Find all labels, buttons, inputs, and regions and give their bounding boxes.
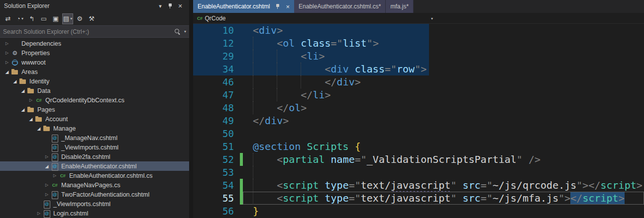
tree-item-login-cshtml[interactable]: ▷@Login.cshtml [0,209,189,218]
code-line-50[interactable]: 50 [193,127,644,140]
tree-item-managenavpages-cs[interactable]: ▷C#ManageNavPages.cs [0,180,189,190]
collapse-to-definitions-button[interactable]: ↰ [26,13,37,24]
tab-enableauthenticator-cshtml-cs[interactable]: EnableAuthenticator.cshtml.cs* [294,0,386,13]
preview-selected-items-button[interactable]: ⚒ [86,13,97,24]
code-line-52[interactable]: 52 <partial name="_ValidationScriptsPart… [193,153,644,166]
expand-arrow-icon[interactable]: ▷ [35,211,43,216]
tree-item-disable2fa-cshtml[interactable]: ▷@Disable2fa.cshtml [0,152,189,161]
tree-item-dependencies[interactable]: ▷Dependencies [0,39,189,48]
solution-explorer-titlebar[interactable]: Solution Explorer ▾ ✕ [0,0,189,12]
code-line-46[interactable]: 46 </div> [193,75,644,88]
navigation-bar-chevron-icon[interactable]: ▾ [431,13,433,24]
sync-with-active-document-button[interactable]: ⇄ [2,13,13,24]
code-line-53[interactable]: 53 [193,166,644,179]
switch-views-button[interactable]: ▤▾ [62,13,73,24]
razor-icon: @ [51,144,59,151]
code-token: javascript [391,179,450,191]
collapse-arrow-icon[interactable]: ◢ [35,126,43,131]
tree-item-managenav-cshtml[interactable]: @_ManageNav.cshtml [0,133,189,143]
close-icon[interactable]: ✕ [175,1,185,11]
pin-icon[interactable] [165,1,175,11]
collapse-arrow-icon[interactable]: ◢ [19,88,27,93]
code-line-49[interactable]: 49</div> [193,114,644,127]
code-token: </ [588,179,600,191]
code-token: > [619,192,625,204]
collapse-arrow-icon[interactable]: ◢ [27,117,35,122]
navigation-bar[interactable]: C# QrCode ▾ [193,13,644,24]
tree-item-manage[interactable]: ◢Manage [0,124,189,133]
code-line-text: <div> [243,24,644,37]
collapse-all-button[interactable]: ▭ [38,13,49,24]
tree-item-enableauthenticator-cshtml-cs[interactable]: ▷C#EnableAuthenticator.cshtml.cs [0,171,189,180]
code-token: > [325,89,331,101]
indent-guide [277,75,277,88]
tree-item-identity[interactable]: ◢Identity [0,76,189,86]
collapse-arrow-icon[interactable]: ◢ [11,79,19,84]
code-line-56[interactable]: 56} [193,205,644,218]
tree-item-label: EnableAuthenticator.cshtml.cs [69,172,155,179]
tab-enableauthenticator-cshtml[interactable]: EnableAuthenticator.cshtml× [193,0,294,13]
code-token: > [283,115,289,127]
tree-item-data[interactable]: ◢Data [0,86,189,95]
code-line-47[interactable]: 47 </li> [193,88,644,101]
code-line-48[interactable]: 48 </ol> [193,101,644,114]
line-number: 34 [193,63,234,75]
code-token: name [331,153,355,165]
code-line-29[interactable]: 29 <li> [193,50,644,63]
tree-item-wwwroot[interactable]: ▷wwwroot [0,58,189,67]
tab-close-icon[interactable]: × [286,3,290,10]
tree-item-areas[interactable]: ◢Areas [0,67,189,76]
code-line-34[interactable]: 34 <div class="row"> [193,63,644,75]
code-token: "> [558,192,570,204]
search-options-chevron-icon[interactable]: ▾ [184,29,186,34]
collapse-arrow-icon[interactable]: ◢ [43,164,51,169]
code-token: text/ [361,179,391,191]
razor-icon: @ [43,210,51,218]
tree-item-viewimports-cshtml[interactable]: @_ViewImports.cshtml [0,143,189,152]
tree-item-account[interactable]: ◢Account [0,114,189,124]
tree-item-viewimports-cshtml[interactable]: @_ViewImports.cshtml [0,199,189,209]
expand-arrow-icon[interactable]: ▷ [43,192,51,197]
code-area[interactable]: 10<div>12 <ol class="list">29 <li>34 <di… [193,24,644,218]
code-token: /> [529,153,540,165]
panel-splitter[interactable] [189,0,193,218]
show-all-files-button[interactable]: ▣ [50,13,61,24]
code-token: > [277,24,283,36]
tree-item-label: _ViewImports.cshtml [61,144,121,151]
razor-icon: @ [51,162,59,170]
window-position-chevron-icon[interactable]: ▾ [155,1,165,11]
csharp-class-icon: C# [197,16,203,21]
expand-arrow-icon[interactable]: ▷ [27,98,35,102]
code-token: < [277,37,283,49]
collapse-arrow-icon[interactable]: ◢ [3,70,11,74]
collapse-arrow-icon[interactable]: ◢ [19,107,27,112]
tree-item-label: Manage [53,125,79,132]
tree-item-pages[interactable]: ◢Pages [0,105,189,114]
line-number: 12 [193,37,234,50]
line-number: 54 [193,179,234,192]
tab-pin-icon[interactable] [273,1,283,11]
code-line-55[interactable]: 55 <script type="text/javascript" src="~… [193,192,644,205]
search-box[interactable]: ▾ [0,26,189,38]
code-line-text: </ol> [243,101,644,114]
search-icon[interactable] [174,28,181,35]
search-input[interactable] [3,28,174,35]
tree-item-properties[interactable]: ▷⚙Properties [0,48,189,58]
expand-arrow-icon[interactable]: ▷ [51,173,59,178]
expand-arrow-icon[interactable]: ▷ [43,183,51,187]
indent-guide [253,192,253,205]
code-line-54[interactable]: 54 <script type="text/javascript" src="~… [193,179,644,192]
tree-item-twofactorauthentication-cshtml[interactable]: ▷@TwoFactorAuthentication.cshtml [0,190,189,199]
tree-item-enableauthenticator-cshtml[interactable]: ◢@EnableAuthenticator.cshtml [0,161,189,171]
code-line-51[interactable]: 51@section Scripts { [193,140,644,153]
expand-arrow-icon[interactable]: ▷ [3,51,11,55]
expand-arrow-icon[interactable]: ▷ [43,154,51,159]
tree-item-qrcodeidentitydbcontext-cs[interactable]: ▷C#QrCodeIdentityDbContext.cs [0,95,189,105]
code-line-12[interactable]: 12 <ol class="list"> [193,37,644,50]
properties-button[interactable]: ⚙ [74,13,85,24]
expand-arrow-icon[interactable]: ▷ [3,60,11,65]
expand-arrow-icon[interactable]: ▷ [3,41,11,46]
tab-mfa-js[interactable]: mfa.js* [386,0,414,13]
pending-changes-filter-button[interactable]: ◔▾ [14,13,25,24]
code-line-10[interactable]: 10<div> [193,24,644,37]
